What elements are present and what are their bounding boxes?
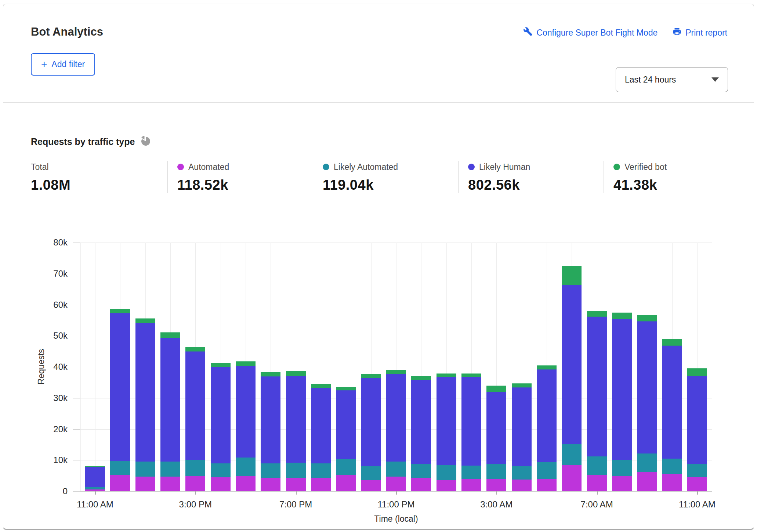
bar-segment-likely-human <box>135 323 155 461</box>
bar-300pm[interactable] <box>185 347 205 491</box>
bar-1100am[interactable] <box>85 466 105 491</box>
bar-segment-likely-human <box>286 376 306 463</box>
bar-800am[interactable] <box>612 313 632 491</box>
bar-700pm[interactable] <box>286 371 306 491</box>
x-axis-tick <box>95 491 96 495</box>
bar-1100pm[interactable] <box>386 370 406 491</box>
bar-1200am[interactable] <box>411 376 431 491</box>
bar-segment-verified-bot <box>662 339 682 346</box>
x-axis-tick <box>195 491 196 495</box>
bar-300am[interactable] <box>486 386 506 491</box>
x-axis-tick-label: 7:00 AM <box>557 499 637 510</box>
y-axis-tick-label: 20k <box>23 424 68 434</box>
bar-segment-automated <box>311 478 331 491</box>
bar-segment-likely-human <box>512 387 532 466</box>
bar-segment-automated <box>612 476 632 491</box>
bar-segment-likely-human <box>361 378 381 467</box>
bar-segment-likely-automated <box>486 464 506 479</box>
bar-segment-verified-bot <box>135 318 155 324</box>
bar-segment-automated <box>110 475 130 491</box>
y-axis-tick <box>73 398 80 398</box>
bar-segment-verified-bot <box>687 368 707 376</box>
bot-analytics-panel: Bot Analytics Configure Super Bot Fight … <box>3 4 754 530</box>
bar-segment-likely-automated <box>437 465 456 480</box>
bar-segment-likely-automated <box>512 466 532 480</box>
bar-segment-automated <box>286 478 306 491</box>
bar-segment-likely-human <box>587 317 607 456</box>
bar-segment-automated <box>386 477 406 491</box>
bar-600am[interactable] <box>562 266 582 491</box>
x-axis-tick <box>496 491 497 495</box>
bar-900am[interactable] <box>637 315 657 491</box>
bar-segment-verified-bot <box>461 374 481 377</box>
bar-segment-likely-automated <box>236 458 256 476</box>
bar-segment-automated <box>336 475 356 491</box>
bar-segment-automated <box>637 472 657 491</box>
bar-segment-automated <box>437 480 456 491</box>
bar-1200pm[interactable] <box>110 309 130 491</box>
bar-500pm[interactable] <box>236 361 256 491</box>
bar-100pm[interactable] <box>135 318 155 491</box>
y-axis-tick <box>73 274 80 274</box>
bar-1000pm[interactable] <box>361 374 381 491</box>
x-axis-tick <box>697 491 698 495</box>
bar-segment-likely-automated <box>562 444 582 465</box>
bar-segment-likely-automated <box>612 460 632 476</box>
bar-900pm[interactable] <box>336 387 356 491</box>
y-axis-tick <box>73 305 80 305</box>
bar-segment-likely-human <box>461 377 481 466</box>
bar-600pm[interactable] <box>261 372 280 491</box>
bar-segment-likely-automated <box>185 460 205 476</box>
bar-800pm[interactable] <box>311 384 331 491</box>
bar-segment-likely-automated <box>637 453 657 472</box>
bar-500am[interactable] <box>537 365 557 491</box>
bar-segment-likely-automated <box>537 462 557 479</box>
bar-segment-likely-automated <box>587 456 607 475</box>
bar-1000am[interactable] <box>662 339 682 491</box>
bar-1100am[interactable] <box>687 368 707 491</box>
bar-segment-likely-automated <box>211 463 231 477</box>
bar-700am[interactable] <box>587 311 607 491</box>
bar-200pm[interactable] <box>160 332 180 491</box>
bar-segment-verified-bot <box>637 315 657 321</box>
x-axis-tick-label: 3:00 AM <box>456 499 537 510</box>
y-axis-tick-label: 50k <box>23 331 68 341</box>
bar-segment-verified-bot <box>411 376 431 380</box>
bar-segment-automated <box>135 477 155 491</box>
bar-segment-automated <box>512 480 532 491</box>
bar-segment-automated <box>587 475 607 491</box>
requests-bar-chart: 010k20k30k40k50k60k70k80k11:00 AM3:00 PM… <box>3 4 757 532</box>
bar-segment-verified-bot <box>562 266 582 285</box>
bar-segment-automated <box>687 477 707 491</box>
bar-segment-verified-bot <box>185 347 205 352</box>
bar-segment-likely-automated <box>160 462 180 477</box>
bar-100am[interactable] <box>437 374 456 491</box>
bar-400pm[interactable] <box>211 363 231 491</box>
bar-segment-likely-human <box>85 467 105 487</box>
y-axis-tick-label: 80k <box>23 237 68 248</box>
x-axis-tick <box>597 491 598 495</box>
bar-200am[interactable] <box>461 374 481 491</box>
gridline <box>80 243 81 491</box>
y-axis-tick-label: 60k <box>23 300 68 310</box>
x-axis-tick-label: 7:00 PM <box>256 499 336 510</box>
bar-segment-verified-bot <box>85 466 105 467</box>
bar-segment-automated <box>662 474 682 491</box>
bar-segment-likely-human <box>185 351 205 460</box>
bar-segment-verified-bot <box>512 383 532 387</box>
y-axis-tick <box>73 460 80 460</box>
bar-segment-verified-bot <box>612 313 632 319</box>
bar-segment-automated <box>261 478 280 491</box>
bar-segment-likely-automated <box>110 461 130 475</box>
x-axis-tick-label: 11:00 AM <box>657 499 738 510</box>
bar-segment-verified-bot <box>486 386 506 392</box>
x-axis-tick-label: 3:00 PM <box>155 499 236 510</box>
bar-segment-likely-human <box>486 392 506 464</box>
bar-segment-likely-automated <box>411 464 431 478</box>
bar-segment-likely-automated <box>261 463 280 478</box>
bar-segment-likely-human <box>437 377 456 465</box>
bar-segment-verified-bot <box>386 370 406 374</box>
bar-segment-verified-bot <box>437 374 456 377</box>
bar-segment-likely-automated <box>85 487 105 489</box>
bar-400am[interactable] <box>512 383 532 491</box>
